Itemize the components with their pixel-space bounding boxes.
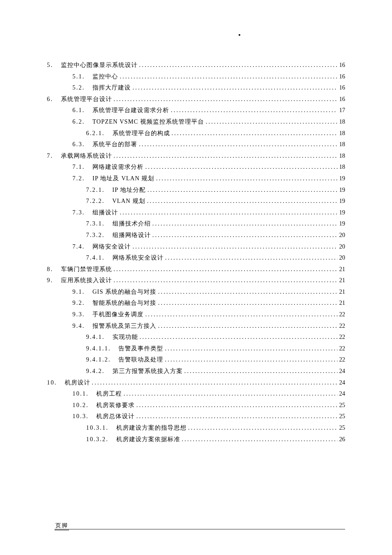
toc-title: 监控中心图像显示系统设计 [61,60,138,71]
toc-page-number: 25 [337,400,345,411]
toc-entry[interactable]: 9.4.报警系统及第三方接入..........................… [72,321,345,332]
toc-title: 告警及事件类型 [118,343,163,355]
toc-title: 机房总体设计 [96,411,135,422]
toc-title: 机房建设方案依据标准 [116,434,180,445]
toc-entry[interactable]: 7.2.IP 地址及 VLAN 规划......................… [72,173,345,185]
toc-entry[interactable]: 9.2.智能系统的融合与对接..........................… [72,298,345,309]
toc-entry[interactable]: 5.2.指挥大厅建设..............................… [72,82,345,94]
toc-number: 9.4.1.2. [86,354,111,366]
table-of-contents: 5.监控中心图像显示系统设计..........................… [47,60,345,445]
toc-leader: ........................................… [138,60,338,71]
toc-leader: ........................................… [156,286,337,298]
toc-title: 系统管理平台的构成 [112,128,170,139]
toc-page-number: 21 [337,286,345,298]
toc-entry[interactable]: 7.2.1.IP 地址分配...........................… [86,185,345,196]
toc-leader: ........................................… [137,139,337,150]
toc-leader: ........................................… [156,298,337,309]
toc-title: 指挥大厅建设 [92,82,131,94]
toc-entry[interactable]: 7.3.组播设计................................… [72,207,345,219]
toc-number: 7.4. [72,241,85,253]
toc-entry[interactable]: 10.3.1.机房建设方案的指导思想......................… [86,422,345,434]
toc-leader: ........................................… [151,230,338,241]
toc-title: 报警系统及第三方接入 [92,321,156,332]
toc-title: 告警联动及处理 [118,354,163,366]
document-page: 5.监控中心图像显示系统设计..........................… [0,0,392,555]
toc-page-number: 22 [337,321,345,332]
toc-title: 系统平台的部署 [92,139,137,150]
toc-leader: ........................................… [112,94,338,105]
toc-title: 组播技术介绍 [112,218,151,230]
toc-number: 10.3.1. [86,422,109,434]
toc-entry[interactable]: 10.2.机房装修要求.............................… [72,400,345,411]
toc-leader: ........................................… [145,196,337,207]
toc-number: 7.4.1. [86,252,105,264]
toc-number: 7.2.1. [86,185,105,196]
toc-entry[interactable]: 9.4.2.第三方报警系统接入方案.......................… [86,366,345,377]
toc-number: 7.1. [72,162,85,173]
toc-page-number: 21 [337,275,345,286]
toc-page-number: 22 [337,332,345,343]
toc-page-number: 19 [337,173,345,185]
toc-page-number: 21 [337,264,345,275]
toc-entry[interactable]: 6.1.系统管理平台建设需求分析........................… [72,105,345,116]
toc-entry[interactable]: 10.3.机房总体设计.............................… [72,411,345,422]
toc-number: 10.2. [72,400,89,411]
toc-entry[interactable]: 9.4.1.2.告警联动及处理.........................… [86,354,345,366]
toc-number: 5. [47,60,53,71]
toc-leader: ........................................… [169,105,337,116]
toc-page-number: 16 [337,94,345,105]
toc-leader: ........................................… [204,116,337,128]
toc-leader: ........................................… [183,366,338,377]
toc-entry[interactable]: 5.监控中心图像显示系统设计..........................… [47,60,345,71]
toc-entry[interactable]: 7.4.1.网络系统安全设计..........................… [86,252,345,264]
toc-entry[interactable]: 6.3.系统平台的部署.............................… [72,139,345,150]
toc-entry[interactable]: 9.应用系统接入设计..............................… [47,275,345,286]
toc-entry[interactable]: 9.4.1.实现功能..............................… [86,332,345,343]
toc-entry[interactable]: 8.车辆门禁管理系统..............................… [47,264,345,275]
toc-number: 6.2. [72,116,85,128]
toc-entry[interactable]: 6.2.TOPZEN VSMC 视频监控系统管理平台..............… [72,116,345,128]
toc-entry[interactable]: 6.系统管理平台设计..............................… [47,94,345,105]
toc-entry[interactable]: 7.2.2.VLAN 规划...........................… [86,196,345,207]
toc-title: 机房装修要求 [96,400,135,411]
toc-entry[interactable]: 7.3.2.组播网络设计............................… [86,230,345,241]
toc-entry[interactable]: 10.机房设计.................................… [47,377,345,389]
toc-number: 7.3. [72,207,85,219]
toc-entry[interactable]: 10.3.2.机房建设方案依据标准.......................… [86,434,345,445]
toc-page-number: 18 [337,139,345,150]
toc-number: 5.2. [72,82,85,94]
toc-leader: ........................................… [164,252,338,264]
toc-title: IP 地址及 VLAN 规划 [92,173,154,185]
toc-number: 7.2. [72,173,85,185]
toc-entry[interactable]: 9.4.1.1.告警及事件类型.........................… [86,343,345,355]
toc-entry[interactable]: 9.3.手机图像业务调度............................… [72,309,345,321]
toc-page-number: 22 [337,309,345,321]
toc-page-number: 21 [337,298,345,309]
toc-number: 10.3. [72,411,89,422]
toc-entry[interactable]: 10.1.机房工程...............................… [72,388,345,400]
toc-leader: ........................................… [122,388,337,400]
toc-page-number: 24 [337,377,345,389]
toc-leader: ........................................… [112,150,338,162]
toc-entry[interactable]: 7.1.网络建设需求分析............................… [72,162,345,173]
toc-entry[interactable]: 7.4.网络安全设计..............................… [72,241,345,253]
toc-title: IP 地址分配 [112,185,146,196]
toc-leader: ........................................… [131,82,337,94]
toc-entry[interactable]: 6.2.1.系统管理平台的构成.........................… [86,128,345,139]
toc-number: 8. [47,264,53,275]
toc-entry[interactable]: 7.承载网络系统设计..............................… [47,150,345,162]
toc-entry[interactable]: 9.1.GIS 系统的融合与对接........................… [72,286,345,298]
toc-page-number: 18 [337,128,345,139]
toc-title: 系统管理平台设计 [61,94,112,105]
toc-leader: ........................................… [144,309,337,321]
toc-entry[interactable]: 5.1.监控中心................................… [72,71,345,83]
toc-leader: ........................................… [151,218,338,230]
toc-number: 10.1. [72,388,89,400]
toc-entry[interactable]: 7.3.1.组播技术介绍............................… [86,218,345,230]
toc-page-number: 18 [337,116,345,128]
toc-number: 9.4.1.1. [86,343,111,355]
toc-title: 第三方报警系统接入方案 [112,366,183,377]
toc-page-number: 19 [337,185,345,196]
toc-title: 车辆门禁管理系统 [61,264,112,275]
toc-page-number: 19 [337,218,345,230]
